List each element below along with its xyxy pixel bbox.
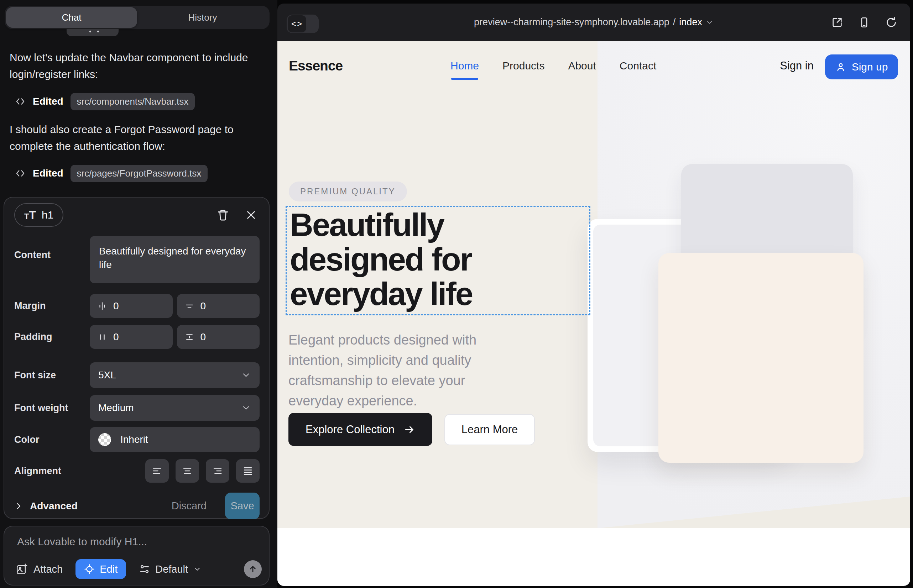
margin-horizontal-input[interactable]: 0 [90, 294, 173, 318]
crosshair-icon [84, 564, 95, 575]
discard-button[interactable]: Discard [172, 500, 207, 512]
chat-message: Now let's update the Navbar component to… [10, 49, 252, 82]
color-field-label: Color [14, 434, 90, 445]
font-size-field-label: Font size [14, 370, 90, 381]
chat-message: I should also create a Forgot Password p… [10, 121, 252, 155]
site-preview: Essence Home Products About Contact Sign… [277, 41, 910, 586]
align-right-button[interactable] [206, 459, 229, 483]
nav-link-home[interactable]: Home [450, 60, 479, 72]
sign-in-link[interactable]: Sign in [780, 60, 814, 72]
element-tag-label: h1 [42, 209, 53, 221]
attach-button[interactable]: Attach [16, 563, 63, 575]
site-logo[interactable]: Essence [289, 58, 343, 74]
url-bar[interactable]: preview--charming-site-symphony.lovable.… [474, 3, 714, 41]
user-icon [835, 61, 846, 72]
preview-domain: preview--charming-site-symphony.lovable.… [474, 17, 669, 28]
padding-horizontal-input[interactable]: 0 [90, 325, 173, 349]
code-icon [15, 168, 26, 179]
send-button[interactable] [244, 560, 262, 578]
font-weight-select[interactable]: Medium [90, 395, 260, 421]
preview-browser-frame: <> preview--charming-site-symphony.lovab… [277, 3, 910, 586]
padding-horizontal-icon [97, 333, 107, 342]
padding-field-label: Padding [14, 331, 90, 342]
code-preview-toggle[interactable]: <> [287, 15, 319, 33]
content-input[interactable]: Beautifully designed for everyday life [90, 236, 260, 283]
sliders-icon [139, 564, 150, 575]
mobile-view-button[interactable] [858, 16, 870, 29]
attach-image-icon [16, 563, 28, 575]
chevron-down-icon [706, 18, 714, 26]
typography-icon: TT [24, 208, 36, 222]
code-icon [15, 96, 26, 107]
sign-up-button[interactable]: Sign up [825, 55, 898, 79]
close-editor-button[interactable] [245, 209, 257, 221]
color-select[interactable]: Inherit [90, 427, 260, 452]
delete-element-button[interactable] [217, 209, 229, 221]
edited-file-row[interactable]: Edited src/components/Navbar.tsx [15, 93, 195, 110]
hero-badge: PREMIUM QUALITY [289, 181, 407, 202]
tab-history[interactable]: History [137, 7, 268, 28]
browser-toolbar: <> preview--charming-site-symphony.lovab… [277, 3, 910, 41]
selected-element-tag[interactable]: TT h1 [14, 203, 63, 227]
chevron-down-icon [241, 403, 251, 413]
refresh-button[interactable] [885, 16, 897, 29]
learn-more-button[interactable]: Learn More [444, 414, 535, 445]
arrow-right-icon [404, 424, 415, 435]
arrow-up-icon [248, 564, 257, 574]
explore-collection-button[interactable]: Explore Collection [288, 413, 432, 446]
hero-heading[interactable]: Beautifully designed for everyday life [290, 207, 472, 311]
margin-field-label: Margin [14, 300, 90, 312]
chevron-down-icon [241, 370, 251, 380]
edited-label: Edited [33, 96, 63, 107]
padding-vertical-icon [185, 333, 194, 342]
open-external-button[interactable] [831, 16, 843, 29]
alignment-field-label: Alignment [14, 465, 90, 477]
content-field-label: Content [14, 249, 90, 260]
font-weight-field-label: Font weight [14, 402, 90, 414]
padding-vertical-input[interactable]: 0 [177, 325, 260, 349]
site-navbar: Essence Home Products About Contact Sign… [277, 41, 910, 91]
margin-vertical-icon [185, 302, 194, 311]
advanced-toggle[interactable]: Advanced [14, 501, 78, 512]
chat-input[interactable] [17, 536, 231, 548]
truncated-badge [66, 29, 118, 36]
model-selector[interactable]: Default [139, 564, 202, 575]
url-separator: / [673, 17, 676, 28]
color-swatch [98, 433, 111, 446]
code-icon: <> [288, 15, 306, 32]
decorative-card-cream [659, 253, 863, 463]
save-button[interactable]: Save [225, 493, 260, 519]
tab-chat[interactable]: Chat [6, 7, 137, 28]
hero-paragraph: Elegant products designed with intention… [288, 330, 506, 411]
margin-horizontal-icon [97, 302, 107, 311]
lovable-sidebar: Chat History Now let's update the Navbar… [0, 0, 277, 588]
element-editor-panel: TT h1 Content Beautifully designed for e… [3, 197, 270, 519]
nav-link-contact[interactable]: Contact [620, 60, 656, 72]
font-size-select[interactable]: 5XL [90, 362, 260, 388]
nav-link-products[interactable]: Products [502, 60, 544, 72]
edited-file-path[interactable]: src/pages/ForgotPassword.tsx [71, 165, 208, 182]
selected-element-outline[interactable]: Beautifully designed for everyday life [286, 206, 590, 315]
chat-history-tabs: Chat History [5, 6, 270, 29]
chat-input-box: Attach Edit Default [3, 526, 270, 585]
margin-vertical-input[interactable]: 0 [177, 294, 260, 318]
edited-file-path[interactable]: src/components/Navbar.tsx [71, 93, 195, 110]
align-justify-button[interactable] [236, 459, 260, 483]
nav-link-about[interactable]: About [568, 60, 596, 72]
edited-file-row[interactable]: Edited src/pages/ForgotPassword.tsx [15, 165, 207, 182]
chevron-down-icon [193, 565, 202, 573]
edited-label: Edited [33, 168, 63, 179]
edit-mode-button[interactable]: Edit [76, 559, 126, 579]
align-center-button[interactable] [176, 459, 199, 483]
align-left-button[interactable] [145, 459, 169, 483]
preview-path: index [679, 17, 702, 28]
